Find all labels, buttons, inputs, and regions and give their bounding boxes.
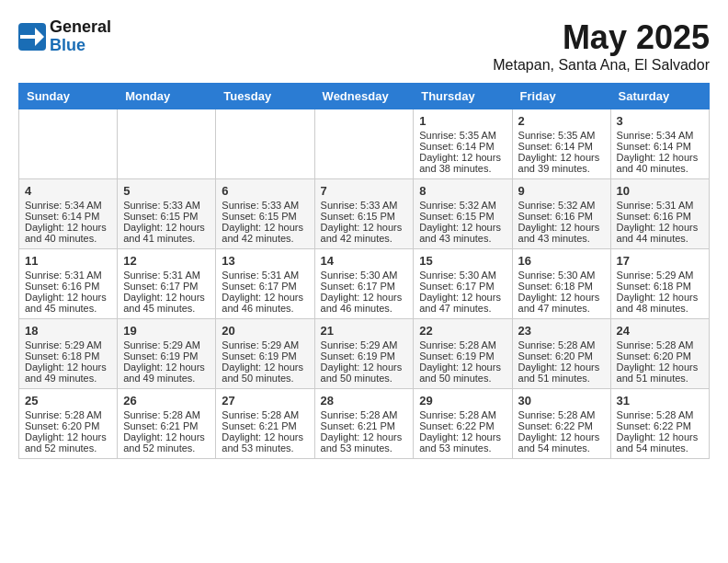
day-info: and 48 minutes. (617, 303, 703, 314)
day-number: 28 (321, 394, 408, 408)
weekday-header-row: Sunday Monday Tuesday Wednesday Thursday… (19, 84, 710, 109)
logo-general: General (50, 18, 111, 37)
table-row: 14Sunrise: 5:30 AMSunset: 6:17 PMDayligh… (314, 249, 414, 319)
table-row: 3Sunrise: 5:34 AMSunset: 6:14 PMDaylight… (610, 109, 709, 179)
table-row: 24Sunrise: 5:28 AMSunset: 6:20 PMDayligh… (610, 319, 709, 389)
table-row: 13Sunrise: 5:31 AMSunset: 6:17 PMDayligh… (216, 249, 314, 319)
title-area: May 2025 Metapan, Santa Ana, El Salvador (493, 18, 710, 74)
calendar-week-row: 18Sunrise: 5:29 AMSunset: 6:18 PMDayligh… (19, 319, 710, 389)
day-info: and 38 minutes. (419, 163, 506, 174)
day-info: and 43 minutes. (419, 233, 506, 244)
day-info: and 42 minutes. (222, 233, 308, 244)
day-info: Daylight: 12 hours (518, 292, 605, 303)
calendar-week-row: 11Sunrise: 5:31 AMSunset: 6:16 PMDayligh… (19, 249, 710, 319)
day-info: Daylight: 12 hours (419, 292, 506, 303)
day-info: Sunset: 6:16 PM (25, 281, 111, 292)
day-info: Sunrise: 5:28 AM (25, 409, 111, 420)
day-info: Daylight: 12 hours (321, 362, 408, 373)
day-number: 12 (123, 254, 210, 268)
month-title: May 2025 (493, 18, 710, 57)
day-info: and 51 minutes. (518, 373, 605, 384)
day-number: 17 (617, 254, 703, 268)
day-info: Daylight: 12 hours (123, 362, 210, 373)
day-info: Daylight: 12 hours (222, 362, 308, 373)
day-info: Sunrise: 5:31 AM (617, 200, 703, 211)
day-info: and 52 minutes. (123, 442, 210, 454)
day-info: Sunrise: 5:28 AM (321, 409, 408, 420)
day-info: Sunset: 6:14 PM (25, 211, 111, 222)
day-number: 23 (518, 324, 605, 338)
day-info: Sunrise: 5:35 AM (518, 130, 605, 141)
table-row: 4Sunrise: 5:34 AMSunset: 6:14 PMDaylight… (19, 179, 118, 249)
day-info: Daylight: 12 hours (518, 362, 605, 373)
table-row: 10Sunrise: 5:31 AMSunset: 6:16 PMDayligh… (610, 179, 709, 249)
day-info: Daylight: 12 hours (25, 292, 111, 303)
day-info: and 47 minutes. (518, 303, 605, 314)
day-info: Sunrise: 5:28 AM (617, 409, 703, 420)
day-info: and 49 minutes. (123, 373, 210, 384)
header-thursday: Thursday (414, 84, 512, 109)
day-info: and 46 minutes. (321, 303, 408, 314)
page-header: General Blue May 2025 Metapan, Santa Ana… (18, 18, 710, 74)
location: Metapan, Santa Ana, El Salvador (493, 57, 710, 74)
day-info: Sunset: 6:14 PM (518, 141, 605, 152)
logo: General Blue (18, 18, 111, 55)
table-row: 6Sunrise: 5:33 AMSunset: 6:15 PMDaylight… (216, 179, 314, 249)
day-info: and 50 minutes. (419, 373, 506, 384)
day-info: Sunrise: 5:33 AM (321, 200, 408, 211)
day-number: 15 (419, 254, 506, 268)
day-info: Sunset: 6:21 PM (123, 420, 210, 431)
day-info: Sunset: 6:19 PM (321, 350, 408, 362)
day-number: 29 (419, 394, 506, 408)
day-number: 30 (518, 394, 605, 408)
day-info: Daylight: 12 hours (25, 431, 111, 442)
day-info: and 51 minutes. (617, 373, 703, 384)
day-info: Sunrise: 5:28 AM (222, 409, 308, 420)
day-info: and 50 minutes. (222, 373, 308, 384)
day-info: Sunset: 6:18 PM (518, 281, 605, 292)
day-info: and 45 minutes. (25, 303, 111, 314)
day-info: and 46 minutes. (222, 303, 308, 314)
day-info: Sunset: 6:19 PM (222, 350, 308, 362)
day-number: 20 (222, 324, 308, 338)
day-info: Sunrise: 5:28 AM (617, 339, 703, 350)
table-row: 20Sunrise: 5:29 AMSunset: 6:19 PMDayligh… (216, 319, 314, 389)
calendar-week-row: 1Sunrise: 5:35 AMSunset: 6:14 PMDaylight… (19, 109, 710, 179)
day-number: 16 (518, 254, 605, 268)
table-row: 9Sunrise: 5:32 AMSunset: 6:16 PMDaylight… (512, 179, 610, 249)
table-row: 25Sunrise: 5:28 AMSunset: 6:20 PMDayligh… (19, 389, 118, 459)
day-info: and 49 minutes. (25, 373, 111, 384)
table-row (19, 109, 118, 179)
day-number: 1 (419, 114, 506, 128)
day-info: Sunrise: 5:31 AM (222, 270, 308, 281)
day-info: Daylight: 12 hours (518, 431, 605, 442)
day-info: and 42 minutes. (321, 233, 408, 244)
day-info: Sunrise: 5:34 AM (25, 200, 111, 211)
header-tuesday: Tuesday (216, 84, 314, 109)
day-number: 9 (518, 184, 605, 198)
table-row: 19Sunrise: 5:29 AMSunset: 6:19 PMDayligh… (118, 319, 216, 389)
day-number: 7 (321, 184, 408, 198)
day-info: Sunset: 6:21 PM (222, 420, 308, 431)
table-row: 15Sunrise: 5:30 AMSunset: 6:17 PMDayligh… (414, 249, 512, 319)
day-info: Daylight: 12 hours (419, 431, 506, 442)
day-info: Sunset: 6:16 PM (617, 211, 703, 222)
day-info: Daylight: 12 hours (419, 152, 506, 163)
day-info: Sunset: 6:21 PM (321, 420, 408, 431)
day-info: Sunset: 6:15 PM (222, 211, 308, 222)
day-info: Daylight: 12 hours (617, 292, 703, 303)
day-info: Daylight: 12 hours (321, 292, 408, 303)
logo-icon (18, 23, 46, 51)
header-saturday: Saturday (610, 84, 709, 109)
day-number: 21 (321, 324, 408, 338)
day-info: and 40 minutes. (617, 163, 703, 174)
day-info: Sunset: 6:14 PM (617, 141, 703, 152)
day-info: and 54 minutes. (518, 442, 605, 454)
table-row: 17Sunrise: 5:29 AMSunset: 6:18 PMDayligh… (610, 249, 709, 319)
day-info: Sunrise: 5:32 AM (419, 200, 506, 211)
day-info: Sunrise: 5:29 AM (25, 339, 111, 350)
day-info: Daylight: 12 hours (518, 222, 605, 233)
table-row: 26Sunrise: 5:28 AMSunset: 6:21 PMDayligh… (118, 389, 216, 459)
table-row: 27Sunrise: 5:28 AMSunset: 6:21 PMDayligh… (216, 389, 314, 459)
calendar-table: Sunday Monday Tuesday Wednesday Thursday… (18, 83, 710, 459)
